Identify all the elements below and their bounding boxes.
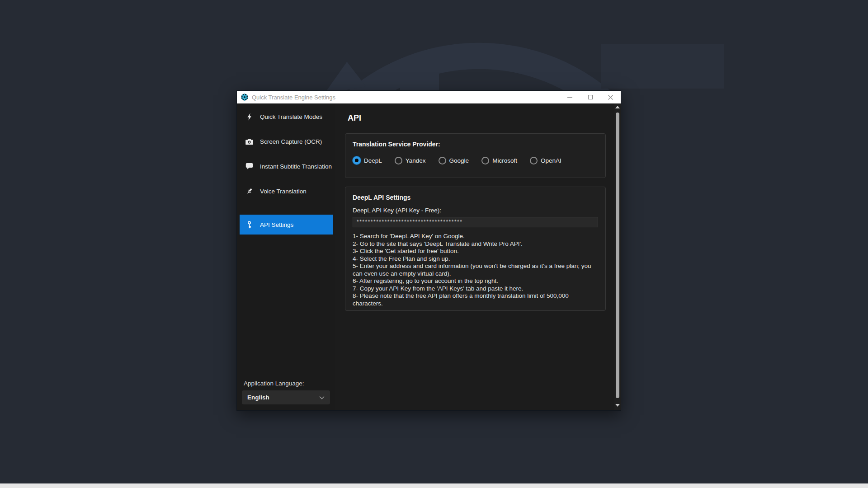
sidebar-item-label: Instant Subtitle Translation (260, 163, 332, 170)
speech-bubble-icon (245, 163, 253, 170)
radio-unselected-icon (439, 157, 446, 164)
sidebar-item-quick-translate-modes[interactable]: Quick Translate Modes (240, 107, 333, 127)
radio-option-google[interactable]: Google (439, 157, 469, 164)
application-language-value: English (247, 394, 319, 401)
sidebar-item-api-settings[interactable]: API Settings (240, 215, 333, 235)
scroll-up-arrow[interactable] (615, 106, 620, 108)
key-icon (245, 221, 253, 229)
deepl-section-title: DeepL API Settings (353, 194, 598, 201)
maximize-button[interactable] (580, 91, 600, 103)
window-title: Quick Translate Engine Settings (252, 94, 335, 101)
radio-unselected-icon (395, 157, 402, 164)
chevron-down-icon (319, 396, 325, 399)
radio-unselected-icon (530, 157, 538, 164)
radio-selected-icon (353, 156, 361, 164)
camera-icon (245, 138, 253, 145)
sidebar-item-screen-capture-ocr[interactable]: Screen Capture (OCR) (240, 131, 333, 151)
sidebar-item-label: Quick Translate Modes (260, 113, 322, 120)
instruction-line: 1- Search for 'DeepL API Key' on Google. (353, 233, 598, 240)
background-window-edge (0, 483, 868, 488)
main-content: API Translation Service Provider: DeepL … (335, 103, 614, 410)
lightning-icon (245, 113, 253, 121)
scroll-down-arrow[interactable] (615, 404, 620, 407)
sidebar-item-label: Voice Translation (260, 188, 307, 195)
provider-radio-group: DeepL Yandex Google Microsoft (353, 156, 598, 164)
api-key-label: DeepL API Key (API Key - Free): (353, 207, 598, 214)
radio-option-microsoft[interactable]: Microsoft (481, 157, 517, 164)
close-icon (608, 95, 613, 100)
sidebar: Quick Translate Modes Screen Capture (OC… (237, 103, 335, 410)
radio-option-yandex[interactable]: Yandex (395, 157, 426, 164)
provider-section-title: Translation Service Provider: (353, 141, 598, 148)
radio-unselected-icon (481, 157, 489, 164)
instruction-line: 4- Select the Free Plan and sign up. (353, 255, 598, 263)
microphone-icon (245, 188, 253, 195)
instruction-line: 2- Go to the site that says 'DeepL Trans… (353, 240, 598, 248)
app-gear-icon (241, 94, 248, 101)
desktop: Quick Translate Engine Settings (0, 0, 868, 488)
sidebar-item-label: API Settings (260, 221, 293, 228)
instruction-line: 6- After registering, go to your account… (353, 277, 598, 285)
instruction-line: 5- Enter your address and card informati… (353, 263, 598, 277)
window-body: Quick Translate Modes Screen Capture (OC… (237, 103, 621, 410)
close-button[interactable] (600, 91, 621, 103)
instruction-line: 8- Please note that the free API plan of… (353, 292, 598, 307)
minimize-icon (567, 97, 572, 98)
application-language-label: Application Language: (244, 380, 304, 387)
vertical-scrollbar[interactable] (614, 103, 621, 410)
instruction-line: 7- Copy your API Key from the 'API Keys'… (353, 285, 598, 293)
sidebar-item-instant-subtitle-translation[interactable]: Instant Subtitle Translation (240, 156, 333, 176)
titlebar[interactable]: Quick Translate Engine Settings (237, 91, 621, 103)
sidebar-item-label: Screen Capture (OCR) (260, 138, 322, 145)
translation-provider-section: Translation Service Provider: DeepL Yand… (345, 133, 606, 178)
application-language-select[interactable]: English (242, 390, 330, 404)
settings-window: Quick Translate Engine Settings (236, 90, 621, 411)
radio-option-deepl[interactable]: DeepL (353, 156, 382, 164)
sidebar-item-voice-translation[interactable]: Voice Translation (240, 181, 333, 201)
maximize-icon (588, 95, 593, 99)
deepl-api-settings-section: DeepL API Settings DeepL API Key (API Ke… (345, 187, 606, 311)
api-key-input[interactable]: ************************************** (353, 217, 598, 227)
scrollbar-thumb[interactable] (616, 113, 619, 398)
minimize-button[interactable] (560, 91, 580, 103)
page-title: API (348, 113, 606, 123)
radio-option-openai[interactable]: OpenAI (530, 157, 561, 164)
instruction-line: 3- Click the 'Get started for free' butt… (353, 248, 598, 255)
api-key-instructions: 1- Search for 'DeepL API Key' on Google.… (353, 233, 598, 307)
